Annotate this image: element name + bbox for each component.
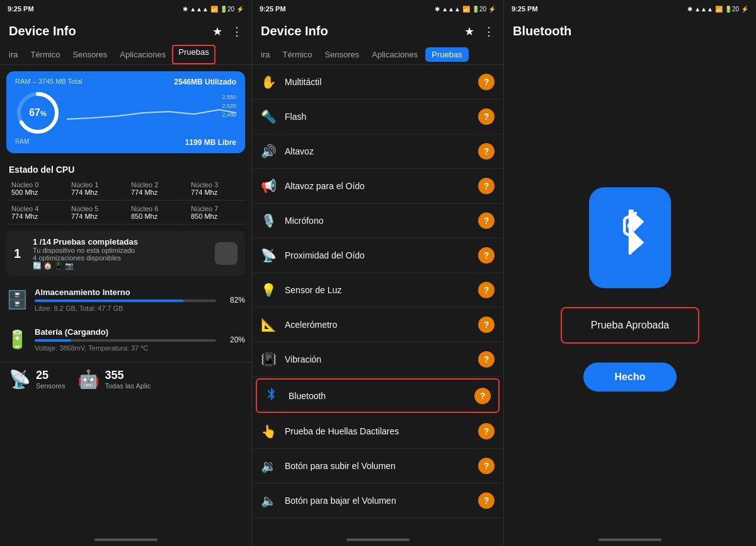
sensors-icon: 📡 [9, 369, 31, 390]
huellas-name: Prueba de Huellas Dactilares [285, 426, 478, 436]
list-item-vol-down[interactable]: 🔈 Botón para bajar el Volumen ? [252, 484, 503, 518]
cpu-core-4: Núcleo 4 774 Mhz [6, 201, 66, 224]
battery-icon-2: 🔋20 [472, 6, 486, 13]
tab-aplicaciones-2[interactable]: Aplicaciones [365, 45, 424, 64]
signal-icon-3: ▲▲▲ [694, 6, 713, 13]
list-item-bluetooth[interactable]: Bluetooth ? [256, 378, 500, 413]
bluetooth-badge: ? [474, 388, 491, 404]
multitactil-badge: ? [478, 74, 495, 90]
storage-sub: Libre: 8.2 GB, Total: 47.7 GB [35, 305, 216, 312]
cpu-core-3: Núcleo 3 774 Mhz [186, 177, 245, 200]
star-icon-2[interactable]: ★ [464, 25, 474, 38]
panel-bluetooth: 9:25 PM ✱ ▲▲▲ 📶 🔋20 ⚡ Bluetooth [504, 0, 756, 546]
ram-label-2520: 2,520 [222, 103, 236, 109]
test-card: 1 1 /14 Pruebas completadas Tu dispositi… [6, 231, 245, 276]
vol-down-badge: ? [478, 492, 495, 509]
altavoz-name: Altavoz [285, 146, 478, 156]
acelerometro-name: Acelerómetro [285, 320, 478, 330]
list-item-altavoz-oido[interactable]: 📢 Altavoz para el Oído ? [252, 169, 503, 204]
test-toggle[interactable] [215, 242, 238, 265]
battery-icon-main: 🔋 [6, 329, 28, 350]
tab-aplicaciones-1[interactable]: Aplicaciones [113, 45, 172, 64]
proximidad-name: Proximidad del Oído [285, 250, 478, 260]
cpu-core-5: Núcleo 5 774 Mhz [66, 201, 125, 224]
list-item-microfono[interactable]: 🎙️ Micrófono ? [252, 204, 503, 238]
home-bar-line-1 [94, 538, 158, 541]
panel-device-info-left: 9:25 PM ✱ ▲▲▲ 📶 🔋20 ⚡ Device Info ★ ⋮ ir… [0, 0, 252, 546]
tab-sensores-2[interactable]: Sensores [318, 45, 365, 64]
battery-icon: 🔋20 [220, 6, 234, 13]
bluetooth-list-icon [265, 387, 284, 404]
vibracion-badge: ? [478, 351, 495, 368]
ram-footer-label: RAM [15, 138, 29, 147]
tab-termico-1[interactable]: Térmico [24, 45, 66, 64]
tab-pruebas-2[interactable]: Pruebas [425, 47, 468, 62]
signal-icon-2: ▲▲▲ [442, 6, 461, 13]
status-bar-2: 9:25 PM ✱ ▲▲▲ 📶 🔋20 ⚡ [252, 0, 503, 18]
apps-label: Todas las Aplic [105, 382, 151, 390]
wifi-icon-2: 📶 [462, 6, 470, 13]
status-icons-3: ✱ ▲▲▲ 📶 🔋20 ⚡ [687, 6, 748, 13]
home-bar-2 [252, 533, 503, 546]
list-item-vol-up[interactable]: 🔉 Botón para subir el Volumen ? [252, 449, 503, 484]
list-item-multitactil[interactable]: ✋ Multitáctil ? [252, 65, 503, 100]
cpu-core-7: Núcleo 7 850 Mhz [186, 201, 245, 224]
tab-sensores-1[interactable]: Sensores [66, 45, 113, 64]
vibracion-icon: 📳 [261, 352, 280, 367]
tab-termico-2[interactable]: Térmico [276, 45, 318, 64]
flash-icon: 🔦 [261, 109, 280, 124]
altavoz-oido-badge: ? [478, 178, 495, 194]
storage-bar [35, 299, 183, 302]
tab-pruebas-1[interactable]: Pruebas [172, 45, 215, 64]
test-subtitle2: 4 optimizaciones disponibles [33, 254, 209, 262]
list-item-altavoz[interactable]: 🔊 Altavoz ? [252, 134, 503, 169]
battery-bar [35, 339, 71, 342]
status-time-3: 9:25 PM [512, 5, 538, 13]
list-item-acelerometro[interactable]: 📐 Acelerómetro ? [252, 308, 503, 342]
altavoz-oido-icon: 📢 [261, 178, 280, 194]
sensor-luz-name: Sensor de Luz [285, 285, 478, 295]
battery-icon-3: 🔋20 [724, 6, 739, 13]
storage-info: Almacenamiento Interno Libre: 8.2 GB, To… [35, 288, 216, 312]
battery-card: 🔋 Batería (Cargando) Voltaje: 3868mV, Te… [6, 322, 245, 357]
charge-icon-3: ⚡ [741, 6, 748, 13]
list-item-vibracion[interactable]: 📳 Vibración ? [252, 342, 503, 377]
more-icon-1[interactable]: ⋮ [231, 25, 243, 38]
tab-ira-1[interactable]: ira [3, 45, 24, 64]
multitactil-icon: ✋ [261, 74, 280, 90]
list-item-huellas[interactable]: 👆 Prueba de Huellas Dactilares ? [252, 414, 503, 449]
more-icon-2[interactable]: ⋮ [483, 25, 495, 38]
content-area-1: RAM – 3745 MB Total 2546MB Utilizado 67% [0, 65, 251, 533]
cpu-core-0: Núcleo 0 500 Mhz [6, 177, 66, 200]
home-bar-3 [504, 533, 756, 546]
ram-free: 1199 MB Libre [185, 138, 236, 147]
cpu-section-title: Estado del CPU [0, 160, 251, 177]
list-item-flash[interactable]: 🔦 Flash ? [252, 100, 503, 134]
acelerometro-badge: ? [478, 317, 495, 333]
home-bar-line-3 [598, 538, 662, 541]
app-header-1: Device Info ★ ⋮ [0, 18, 251, 45]
list-item-proximidad[interactable]: 📡 Proximidad del Oído ? [252, 238, 503, 273]
android-icon: 🤖 [77, 369, 100, 390]
vol-down-name: Botón para bajar el Volumen [285, 496, 478, 506]
bluetooth-result-box: Prueba Aprobada [561, 307, 699, 344]
ram-label-2550: 2,550 [222, 94, 236, 100]
ram-used: 2546MB Utilizado [174, 78, 236, 86]
bluetooth-status-icon: ✱ [183, 6, 188, 13]
done-button[interactable]: Hecho [583, 363, 677, 392]
list-item-sensor-luz[interactable]: 💡 Sensor de Luz ? [252, 273, 503, 308]
altavoz-icon: 🔊 [261, 144, 280, 159]
microfono-icon: 🎙️ [261, 213, 280, 228]
vibracion-name: Vibración [285, 354, 478, 364]
cpu-core-1: Núcleo 1 774 Mhz [66, 177, 125, 200]
battery-sub: Voltaje: 3868mV, Temperatura: 37 ºC [35, 344, 216, 352]
tab-ira-2[interactable]: ira [255, 45, 276, 64]
star-icon-1[interactable]: ★ [212, 25, 222, 38]
wifi-icon: 📶 [210, 6, 218, 13]
tab-bar-1: ira Térmico Sensores Aplicaciones Prueba… [0, 45, 251, 65]
test-action-icons: 🔄 🏠 📱 📷 [33, 262, 209, 270]
charge-icon: ⚡ [236, 6, 244, 13]
status-time-2: 9:25 PM [260, 5, 286, 13]
sensor-luz-icon: 💡 [261, 282, 280, 298]
sensors-label: Sensores [36, 382, 65, 390]
